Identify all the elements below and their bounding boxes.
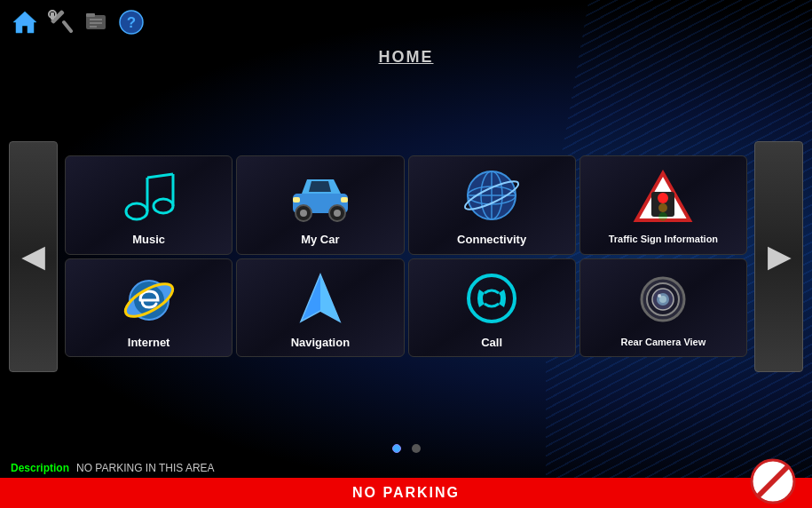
pagination-dot-1[interactable] — [392, 444, 401, 453]
trafficsign-label: Traffic Sign Information — [609, 234, 718, 245]
pagination-dot-2[interactable] — [412, 444, 421, 453]
svg-text:?: ? — [127, 14, 136, 31]
grid-item-internet[interactable]: Internet — [65, 258, 233, 358]
mycar-label: My Car — [301, 233, 339, 247]
grid-row-1: Music — [65, 155, 747, 255]
status-bar: Description NO PARKING IN THIS AREA — [0, 458, 812, 478]
top-bar: ? — [0, 0, 812, 44]
svg-marker-0 — [13, 12, 36, 33]
page-title-bar: HOME — [0, 44, 812, 74]
prev-arrow-icon: ◀ — [22, 240, 44, 274]
no-parking-text: NO PARKING — [7, 485, 805, 501]
navigation-icon — [285, 268, 356, 330]
grid-item-rearcamera[interactable]: Rear Camera View — [579, 258, 747, 358]
trafficsign-icon — [627, 166, 698, 228]
svg-point-34 — [658, 212, 667, 221]
globe-icon — [456, 165, 527, 227]
internet-label: Internet — [128, 336, 170, 350]
prev-arrow[interactable]: ◀ — [9, 141, 58, 372]
svg-point-33 — [658, 203, 667, 212]
no-parking-bar: NO PARKING — [0, 478, 812, 508]
help-icon[interactable]: ? — [117, 8, 146, 36]
connectivity-label: Connectivity — [457, 233, 526, 247]
call-label: Call — [481, 336, 502, 350]
svg-rect-6 — [86, 13, 95, 17]
grid-item-mycar[interactable]: My Car — [236, 155, 404, 255]
grid-item-call[interactable]: Call — [408, 258, 576, 358]
grid-item-connectivity[interactable]: Connectivity — [408, 155, 576, 255]
svg-line-3 — [64, 22, 71, 31]
navigation-label: Navigation — [291, 336, 350, 350]
grid-item-music[interactable]: Music — [65, 155, 233, 255]
no-parking-icon — [750, 458, 796, 504]
grid-item-navigation[interactable]: Navigation — [236, 258, 404, 358]
svg-rect-22 — [293, 197, 300, 202]
svg-point-20 — [300, 210, 307, 217]
svg-point-12 — [126, 203, 147, 219]
call-icon — [456, 268, 527, 330]
rearcamera-label: Rear Camera View — [620, 337, 706, 348]
ie-icon — [114, 268, 185, 330]
next-arrow[interactable]: ▶ — [754, 141, 803, 372]
svg-point-47 — [658, 294, 661, 298]
svg-line-16 — [147, 174, 173, 178]
page-title: HOME — [379, 48, 434, 66]
music-icon — [114, 165, 185, 227]
svg-point-13 — [154, 199, 173, 213]
content-area: ◀ Mu — [0, 74, 812, 439]
next-arrow-icon: ▶ — [768, 240, 790, 274]
svg-point-32 — [658, 193, 668, 203]
home-icon[interactable] — [11, 8, 39, 36]
description-value: NO PARKING IN THIS AREA — [76, 462, 215, 474]
svg-point-21 — [334, 210, 341, 217]
tools-icon[interactable] — [46, 8, 75, 36]
pagination — [0, 439, 812, 458]
svg-rect-23 — [341, 197, 348, 202]
description-label: Description — [11, 462, 69, 474]
camera-icon — [627, 269, 698, 331]
grid-container: Music — [58, 155, 754, 357]
grid-row-2: Internet Navigation — [65, 258, 747, 358]
grid-item-trafficsign[interactable]: Traffic Sign Information — [579, 155, 747, 255]
folder-icon[interactable] — [82, 8, 110, 36]
car-icon — [285, 165, 356, 227]
music-label: Music — [132, 233, 165, 247]
top-icons: ? — [11, 8, 146, 36]
svg-point-41 — [469, 275, 515, 321]
